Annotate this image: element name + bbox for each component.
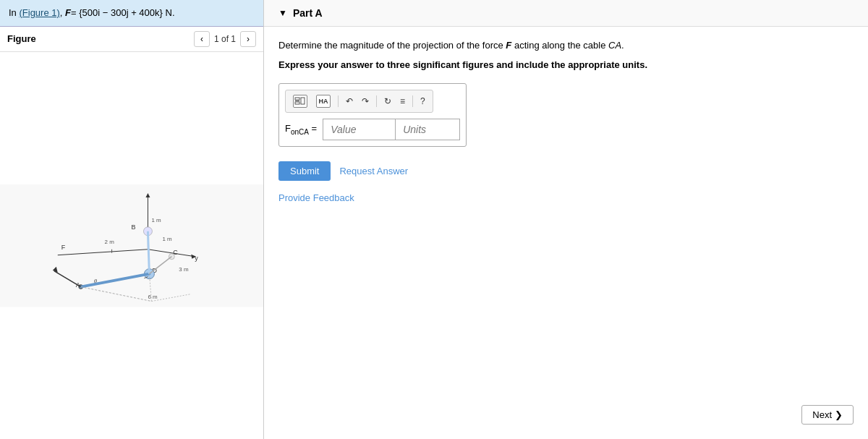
- svg-text:1 m: 1 m: [162, 235, 172, 242]
- figure-svg: z y F 1 m 1 m 2 m 3 m: [0, 52, 263, 440]
- problem-statement: In (Figure 1), F= {500i − 300j + 400k} N…: [0, 0, 263, 27]
- toolbar-divider-3: [412, 95, 413, 107]
- figure-nav: ‹ 1 of 1 ›: [194, 31, 256, 47]
- right-panel: ▼ Part A Determine the magnitude of the …: [264, 0, 868, 439]
- ha-icon: HA: [316, 95, 331, 108]
- figure-label: Figure: [7, 33, 36, 44]
- svg-text:2 m: 2 m: [105, 238, 115, 244]
- equation-text: = {500i − 300j + 400k} N.: [71, 7, 174, 18]
- figure-link[interactable]: (Figure 1): [19, 7, 59, 18]
- svg-rect-30: [295, 98, 299, 100]
- toolbar-divider-2: [376, 95, 377, 107]
- input-row: FonCA =: [285, 119, 460, 140]
- part-title: Part A: [293, 7, 323, 19]
- figure-prev-button[interactable]: ‹: [194, 31, 210, 47]
- figure-page-indicator: 1 of 1: [214, 34, 236, 44]
- svg-text:B: B: [132, 223, 136, 230]
- next-button-label: Next: [812, 409, 832, 420]
- toolbar-divider-1: [338, 95, 339, 107]
- refresh-button[interactable]: ↻: [381, 95, 394, 108]
- help-button[interactable]: ?: [417, 95, 428, 108]
- problem-instructions: Express your answer to three significant…: [278, 58, 854, 73]
- axis-x-label: F: [61, 243, 66, 250]
- left-panel: In (Figure 1), F= {500i − 300j + 400k} N…: [0, 0, 264, 439]
- svg-text:3 m: 3 m: [179, 265, 189, 272]
- figure-header: Figure ‹ 1 of 1 ›: [0, 27, 263, 52]
- ha-button[interactable]: HA: [313, 93, 333, 109]
- problem-comma: ,: [60, 7, 65, 18]
- math-toolbar: HA ↶ ↷ ↻ ≡ ?: [285, 90, 433, 113]
- input-label: FonCA =: [285, 123, 317, 136]
- next-chevron-icon: ❯: [835, 409, 843, 420]
- collapse-arrow-icon[interactable]: ▼: [278, 8, 287, 18]
- svg-rect-31: [295, 102, 299, 104]
- problem-description: Determine the magnitude of the projectio…: [278, 38, 854, 54]
- force-f: F: [65, 7, 71, 18]
- axis-y-label: y: [195, 254, 198, 261]
- answer-box: HA ↶ ↷ ↻ ≡ ? FonCA =: [278, 83, 467, 147]
- part-header: ▼ Part A: [264, 0, 868, 27]
- force-bold: F: [65, 7, 71, 18]
- value-input[interactable]: [323, 119, 395, 140]
- svg-text:1 m: 1 m: [151, 216, 161, 223]
- figure-section: Figure ‹ 1 of 1 › z y F: [0, 27, 263, 440]
- cable-label: CA: [608, 40, 621, 51]
- request-answer-link[interactable]: Request Answer: [339, 166, 408, 176]
- part-content: Determine the magnitude of the projectio…: [264, 27, 868, 215]
- force-f-inline: F: [506, 40, 511, 51]
- svg-text:6 m: 6 m: [148, 293, 158, 299]
- problem-text-prefix: In: [9, 7, 19, 18]
- fraction-icon: [293, 95, 307, 108]
- figure-next-button[interactable]: ›: [240, 31, 256, 47]
- input-subscript: onCA: [291, 127, 309, 135]
- svg-line-21: [148, 231, 149, 273]
- feedback-link[interactable]: Provide Feedback: [278, 192, 854, 203]
- figure-canvas: z y F 1 m 1 m 2 m 3 m: [0, 52, 263, 440]
- units-input[interactable]: [395, 119, 460, 140]
- svg-rect-0: [0, 184, 263, 307]
- undo-button[interactable]: ↶: [343, 95, 356, 108]
- settings-button[interactable]: ≡: [397, 95, 408, 108]
- fraction-button[interactable]: [290, 93, 310, 109]
- svg-rect-33: [301, 98, 305, 104]
- next-button[interactable]: Next ❯: [801, 405, 854, 425]
- redo-button[interactable]: ↷: [359, 95, 372, 108]
- submit-row: Submit Request Answer: [278, 161, 854, 181]
- submit-button[interactable]: Submit: [278, 161, 331, 181]
